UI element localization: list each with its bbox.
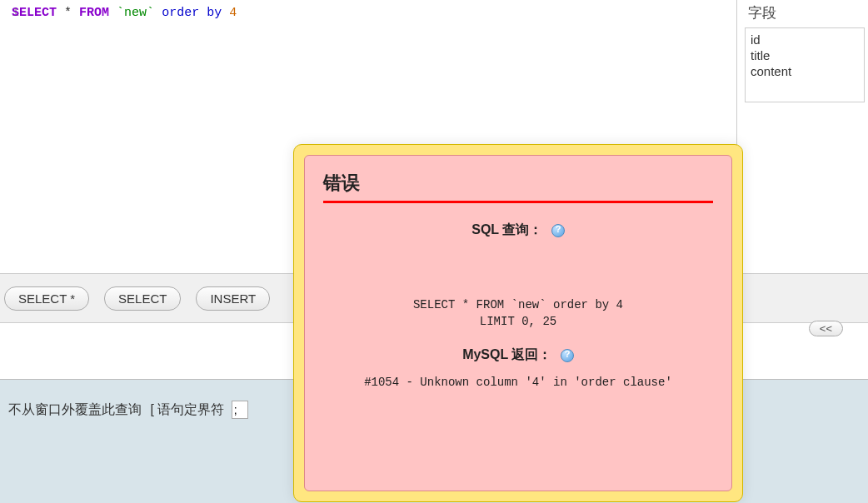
no-overwrite-label: 不从窗口外覆盖此查询 [8, 402, 142, 416]
field-item[interactable]: id [751, 32, 859, 47]
collapse-button[interactable]: << [809, 321, 843, 336]
insert-button[interactable]: INSERT [196, 286, 270, 311]
mysql-return-label: MySQL 返回： [323, 346, 713, 364]
fields-list[interactable]: id title content [745, 27, 865, 102]
error-code: #1054 - Unknown column '4' in 'order cla… [323, 376, 713, 389]
keyword-order: order [162, 6, 199, 20]
sql-editor[interactable]: 1SELECT * FROM `new` order by 4 [8, 4, 728, 22]
delimiter-label: [ 语句定界符 [150, 402, 224, 416]
number-token: 4 [229, 6, 237, 20]
help-icon[interactable] [561, 349, 574, 362]
error-title: 错误 [323, 171, 713, 203]
error-sql-text: SELECT * FROM `new` order by 4 LIMIT 0, … [323, 297, 713, 330]
sql-query-label: SQL 查询： [323, 222, 713, 239]
table-name-token: `new` [117, 6, 154, 20]
mysql-return-label-text: MySQL 返回： [462, 347, 551, 361]
select-star-button[interactable]: SELECT * [4, 286, 89, 311]
error-inner: 错误 SQL 查询： SELECT * FROM `new` order by … [304, 155, 732, 491]
star-token: * [64, 6, 72, 20]
select-button[interactable]: SELECT [104, 286, 181, 311]
field-item[interactable]: content [751, 63, 859, 79]
sql-query-label-text: SQL 查询： [471, 222, 542, 237]
fields-header: 字段 [741, 0, 868, 26]
keyword-from: FROM [79, 6, 109, 20]
keyword-by: by [207, 6, 222, 20]
delimiter-input[interactable] [232, 401, 248, 419]
fields-panel: 字段 id title content [741, 0, 868, 262]
keyword-select: SELECT [12, 6, 57, 20]
field-item[interactable]: title [751, 47, 859, 63]
help-icon[interactable] [551, 224, 565, 237]
error-modal: 错误 SQL 查询： SELECT * FROM `new` order by … [293, 144, 743, 502]
